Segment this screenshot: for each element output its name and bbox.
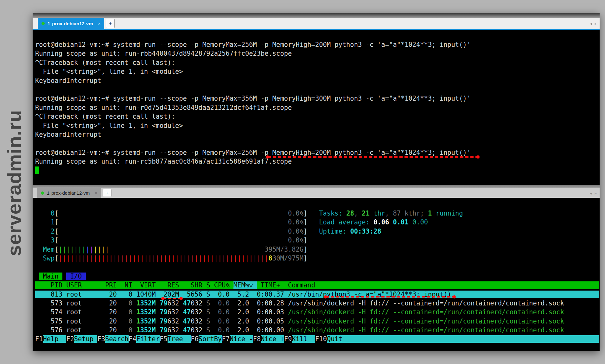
- terminal-line: KeyboardInterrupt: [35, 130, 600, 139]
- terminal-window: 1 prox-debian12-vm × + ◂ ▸ root@debian12…: [33, 13, 600, 351]
- terminal-line: 574 root 20 0 1352M 79632 47032 S 0.0 2.…: [35, 308, 600, 317]
- terminal-line: Mem[||||||||||||| 395M/3.82G]: [35, 245, 600, 254]
- terminal-line: KeyboardInterrupt: [35, 76, 600, 85]
- terminal-line: 0[ 0.0%] Tasks: 28, 21 thr, 87 kthr; 1 r…: [35, 209, 600, 218]
- scroll-tabs-left-icon[interactable]: ◂: [590, 21, 592, 26]
- terminal-line: root@debian12-vm:~# systemd-run --scope …: [35, 94, 600, 103]
- scroll-tabs-left-icon[interactable]: ◂: [590, 191, 592, 195]
- terminal-line: 575 root 20 0 1352M 79632 47032 S 0.0 2.…: [35, 317, 600, 326]
- terminal-line: 576 root 20 0 1352M 79632 47032 S 0.0 2.…: [35, 326, 600, 335]
- top-tab-row: 1 prox-debian12-vm × + ◂ ▸: [33, 18, 600, 30]
- terminal-line: ^CTraceback (most recent call last):: [35, 112, 600, 121]
- tab-index: 1: [47, 190, 49, 196]
- top-terminal-screen[interactable]: root@debian12-vm:~# systemd-run --scope …: [33, 30, 600, 185]
- terminal-line: Running scope as unit: run-rc5b877aac0c8…: [35, 157, 600, 166]
- terminal-line: Main I/O: [35, 272, 600, 281]
- terminal-line: 2[ 0.0%] Uptime: 00:33:28: [35, 227, 600, 236]
- terminal-line: 813 root 20 0 1040M 202M 5656 S 0.0 5.2 …: [35, 290, 600, 299]
- top-tab-bar: 1 prox-debian12-vm × + ◂ ▸: [33, 13, 600, 30]
- close-tab-icon[interactable]: ×: [98, 21, 101, 26]
- tab-prox-debian12-vm-bottom[interactable]: 1 prox-debian12-vm ×: [37, 188, 101, 198]
- watermark: serveradmin.ru: [3, 110, 25, 256]
- tab-scroll-arrows: ◂ ▸: [590, 21, 597, 26]
- terminal-line: 573 root 20 0 1352M 79632 47032 S 0.0 2.…: [35, 299, 600, 308]
- top-titlebar-band: [33, 13, 600, 18]
- terminal-line: ^CTraceback (most recent call last):: [35, 58, 600, 67]
- new-tab-button[interactable]: +: [103, 189, 111, 197]
- terminal-line: [35, 85, 600, 94]
- annotation-underline-memoryhigh: [268, 156, 478, 158]
- terminal-line: 3[ 0.0%]: [35, 236, 600, 245]
- terminal-line: [35, 166, 600, 175]
- bottom-tab-row: 1 prox-debian12-vm × + ◂ ▸: [33, 188, 600, 198]
- bottom-titlebar-band: [33, 185, 600, 188]
- terminal-line: 1[ 0.0%] Load average: 0.06 0.01 0.00: [35, 218, 600, 227]
- tab-prox-debian12-vm-top[interactable]: 1 prox-debian12-vm ×: [38, 18, 104, 29]
- terminal-line: Running scope as unit: run-r0d75d41353e8…: [35, 103, 600, 112]
- session-active-dot: [41, 22, 45, 25]
- terminal-line: root@debian12-vm:~# systemd-run --scope …: [35, 148, 600, 157]
- tab-title: prox-debian12-vm: [52, 21, 93, 26]
- tab-scroll-arrows: ◂ ▸: [590, 191, 597, 195]
- terminal-line: root@debian12-vm:~# systemd-run --scope …: [35, 40, 600, 49]
- terminal-line: [35, 263, 600, 272]
- scroll-tabs-right-icon[interactable]: ▸: [595, 191, 597, 195]
- terminal-line: PID USER PRI NI VIRT RES SHR S CPU% MEM%…: [35, 281, 600, 290]
- terminal-line: [35, 139, 600, 148]
- htop-terminal-screen[interactable]: 0[ 0.0%] Tasks: 28, 21 thr, 87 kthr; 1 r…: [33, 198, 600, 351]
- close-tab-icon[interactable]: ×: [95, 191, 97, 195]
- scroll-tabs-right-icon[interactable]: ▸: [595, 21, 597, 26]
- annotation-underline-res-202m: [163, 298, 181, 299]
- terminal-line: Swp[||||||||||||||||||||||||||||||||||||…: [35, 254, 600, 263]
- terminal-line: File "<string>", line 1, in <module>: [35, 67, 600, 76]
- annotation-underline-python-command: [326, 296, 454, 298]
- terminal-line: F1Help F2Setup F3SearchF4FilterF5Tree F6…: [35, 335, 600, 343]
- tab-title: prox-debian12-vm: [51, 190, 90, 196]
- new-tab-button[interactable]: +: [106, 19, 115, 28]
- tab-index: 1: [48, 21, 50, 26]
- terminal-line: Running scope as unit: run-rbb4400437d89…: [35, 49, 600, 58]
- session-active-dot: [41, 191, 44, 195]
- terminal-line: File "<string>", line 1, in <module>: [35, 121, 600, 130]
- bottom-tab-bar: 1 prox-debian12-vm × + ◂ ▸: [33, 185, 600, 198]
